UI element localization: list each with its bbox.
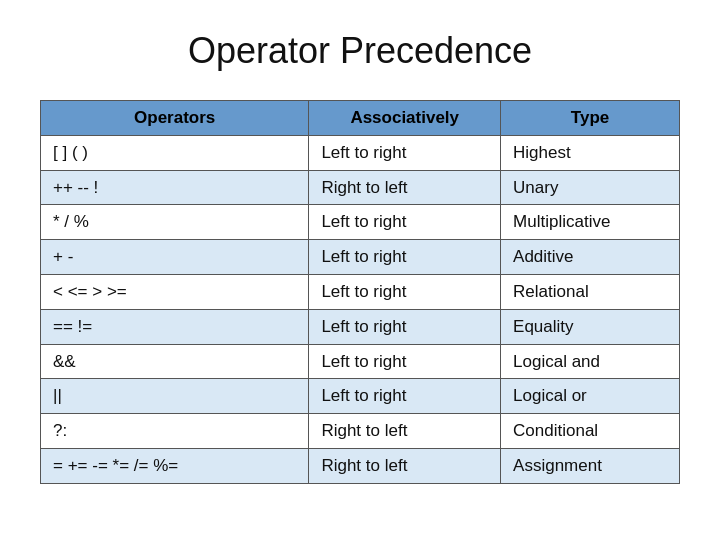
cell-type: Unary bbox=[501, 170, 680, 205]
cell-type: Assignment bbox=[501, 448, 680, 483]
cell-operators: ?: bbox=[41, 414, 309, 449]
table-row: ++ -- !Right to leftUnary bbox=[41, 170, 680, 205]
header-type: Type bbox=[501, 101, 680, 136]
cell-operators: = += -= *= /= %= bbox=[41, 448, 309, 483]
cell-operators: || bbox=[41, 379, 309, 414]
cell-associativity: Left to right bbox=[309, 205, 501, 240]
cell-associativity: Left to right bbox=[309, 309, 501, 344]
cell-type: Equality bbox=[501, 309, 680, 344]
cell-associativity: Left to right bbox=[309, 240, 501, 275]
table-header-row: Operators Associatively Type bbox=[41, 101, 680, 136]
precedence-table: Operators Associatively Type [ ] ( )Left… bbox=[40, 100, 680, 484]
cell-operators: * / % bbox=[41, 205, 309, 240]
table-row: = += -= *= /= %=Right to leftAssignment bbox=[41, 448, 680, 483]
cell-type: Logical and bbox=[501, 344, 680, 379]
cell-type: Relational bbox=[501, 274, 680, 309]
cell-type: Highest bbox=[501, 135, 680, 170]
table-row: == !=Left to rightEquality bbox=[41, 309, 680, 344]
cell-associativity: Right to left bbox=[309, 414, 501, 449]
cell-associativity: Left to right bbox=[309, 274, 501, 309]
cell-operators: < <= > >= bbox=[41, 274, 309, 309]
table-row: &&Left to rightLogical and bbox=[41, 344, 680, 379]
table-row: ?:Right to leftConditional bbox=[41, 414, 680, 449]
page-container: Operator Precedence Operators Associativ… bbox=[40, 30, 680, 484]
cell-operators: ++ -- ! bbox=[41, 170, 309, 205]
header-operators: Operators bbox=[41, 101, 309, 136]
cell-associativity: Right to left bbox=[309, 170, 501, 205]
cell-associativity: Left to right bbox=[309, 344, 501, 379]
cell-type: Logical or bbox=[501, 379, 680, 414]
table-row: + -Left to rightAdditive bbox=[41, 240, 680, 275]
page-title: Operator Precedence bbox=[40, 30, 680, 72]
cell-associativity: Right to left bbox=[309, 448, 501, 483]
table-row: * / %Left to rightMultiplicative bbox=[41, 205, 680, 240]
cell-type: Conditional bbox=[501, 414, 680, 449]
cell-associativity: Left to right bbox=[309, 379, 501, 414]
cell-operators: == != bbox=[41, 309, 309, 344]
cell-type: Multiplicative bbox=[501, 205, 680, 240]
table-row: ||Left to rightLogical or bbox=[41, 379, 680, 414]
cell-operators: [ ] ( ) bbox=[41, 135, 309, 170]
cell-operators: && bbox=[41, 344, 309, 379]
table-row: < <= > >=Left to rightRelational bbox=[41, 274, 680, 309]
table-row: [ ] ( )Left to rightHighest bbox=[41, 135, 680, 170]
cell-operators: + - bbox=[41, 240, 309, 275]
cell-associativity: Left to right bbox=[309, 135, 501, 170]
cell-type: Additive bbox=[501, 240, 680, 275]
header-associativity: Associatively bbox=[309, 101, 501, 136]
